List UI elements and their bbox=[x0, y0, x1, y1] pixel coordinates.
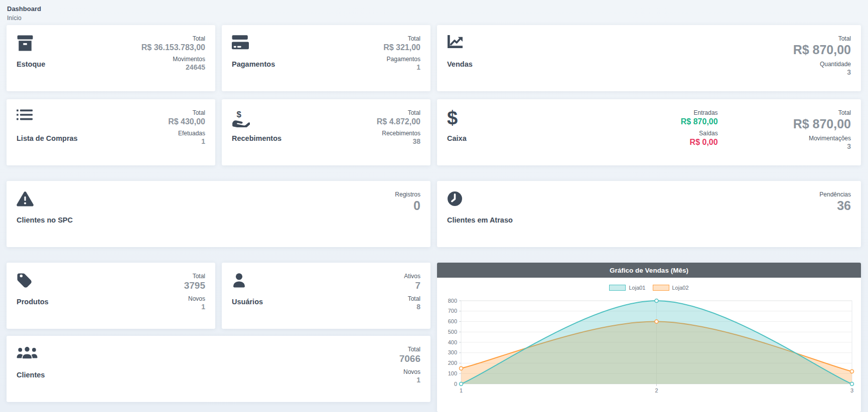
legend-swatch-loja02 bbox=[653, 285, 669, 291]
svg-text:200: 200 bbox=[448, 360, 457, 366]
svg-text:2: 2 bbox=[655, 387, 658, 393]
stat-label: Novos bbox=[184, 295, 205, 303]
stat-value-saidas: R$ 0,00 bbox=[681, 137, 718, 147]
credit-card-icon bbox=[232, 35, 275, 55]
card-clientes[interactable]: Clientes Total7066 Novos1 bbox=[7, 336, 430, 402]
svg-text:100: 100 bbox=[448, 370, 457, 376]
card-title: Caixa bbox=[447, 134, 467, 142]
archive-box-icon bbox=[17, 35, 45, 55]
stat-value-entradas: R$ 870,00 bbox=[681, 117, 718, 126]
stat-value: 38 bbox=[377, 137, 420, 146]
stat-label: Entradas bbox=[681, 109, 718, 117]
stat-label: Total bbox=[793, 109, 851, 117]
stat-value: 3 bbox=[793, 68, 851, 77]
card-clientes-no-spc[interactable]: Clientes no SPC Registros0 bbox=[7, 181, 430, 247]
stat-value: 0 bbox=[395, 198, 420, 213]
stat-label: Efetuadas bbox=[168, 130, 205, 137]
stat-value: R$ 870,00 bbox=[793, 117, 851, 131]
svg-text:500: 500 bbox=[448, 329, 457, 335]
hand-holding-dollar-icon: $ bbox=[232, 109, 281, 129]
stat-value: R$ 4.872,00 bbox=[377, 117, 420, 126]
stat-value: 1 bbox=[399, 376, 420, 384]
card-pagamentos[interactable]: Pagamentos TotalR$ 321,00 Pagamentos1 bbox=[222, 25, 430, 91]
stat-label: Pendências bbox=[819, 191, 851, 198]
stat-value: 24645 bbox=[141, 63, 205, 72]
stat-value: 8 bbox=[404, 303, 420, 311]
legend-item-loja02[interactable]: Loja02 bbox=[653, 285, 689, 291]
card-title: Clientes no SPC bbox=[17, 216, 73, 224]
warning-triangle-icon bbox=[17, 191, 73, 211]
stat-value: 1 bbox=[383, 63, 420, 72]
stat-label: Saídas bbox=[681, 130, 718, 137]
chart-title: Gráfico de Vendas (Mês) bbox=[437, 263, 861, 278]
tag-icon bbox=[17, 273, 49, 293]
stat-label: Movimentações bbox=[793, 135, 851, 142]
stat-value: R$ 36.153.783,00 bbox=[141, 43, 205, 52]
svg-text:3: 3 bbox=[850, 387, 853, 393]
stat-value: R$ 430,00 bbox=[168, 117, 205, 126]
breadcrumb-item-inicio[interactable]: Início bbox=[7, 15, 41, 22]
stat-label: Total bbox=[141, 35, 205, 43]
stat-label: Total bbox=[399, 346, 420, 353]
svg-text:600: 600 bbox=[448, 318, 457, 324]
chart-line-icon bbox=[447, 35, 473, 55]
svg-text:700: 700 bbox=[448, 308, 457, 314]
stat-value: 7066 bbox=[399, 353, 420, 365]
stat-label: Registros bbox=[395, 191, 420, 198]
stat-value: 1 bbox=[184, 303, 205, 311]
card-title: Estoque bbox=[17, 60, 45, 68]
card-lista-de-compras[interactable]: Lista de Compras TotalR$ 430,00 Efetuada… bbox=[7, 99, 215, 165]
card-recebimentos[interactable]: $ Recebimentos TotalR$ 4.872,00 Recebime… bbox=[222, 99, 430, 165]
stat-label: Recebimentos bbox=[377, 130, 420, 137]
page-title: Dashboard bbox=[7, 5, 41, 13]
stat-value: 1 bbox=[168, 137, 205, 146]
stat-label: Ativos bbox=[404, 273, 420, 280]
stat-value: 3795 bbox=[184, 280, 205, 292]
stat-value: R$ 321,00 bbox=[383, 43, 420, 52]
legend-swatch-loja01 bbox=[609, 285, 626, 291]
stat-value: 7 bbox=[404, 280, 420, 292]
card-produtos[interactable]: Produtos Total3795 Novos1 bbox=[7, 263, 215, 329]
card-caixa[interactable]: $ Caixa EntradasR$ 870,00 SaídasR$ 0,00 … bbox=[437, 99, 861, 165]
stat-label: Total bbox=[377, 109, 420, 117]
stat-label: Total bbox=[184, 273, 205, 280]
svg-text:300: 300 bbox=[448, 349, 457, 355]
card-estoque[interactable]: Estoque TotalR$ 36.153.783,00 Movimentos… bbox=[7, 25, 215, 91]
breadcrumb: Dashboard Início bbox=[7, 5, 41, 22]
svg-text:1: 1 bbox=[460, 387, 463, 393]
stat-value: 3 bbox=[793, 142, 851, 151]
card-title: Usuários bbox=[232, 298, 263, 306]
list-icon bbox=[17, 109, 78, 129]
area-chart-plot: 0100200300400500600700800123 bbox=[443, 297, 855, 397]
dollar-sign-icon: $ bbox=[447, 109, 467, 129]
stat-label: Total bbox=[404, 295, 420, 303]
stat-value: 36 bbox=[819, 198, 851, 213]
card-usuarios[interactable]: Usuários Ativos7 Total8 bbox=[222, 263, 430, 329]
users-icon bbox=[17, 346, 45, 366]
card-title: Clientes em Atraso bbox=[447, 216, 513, 224]
stat-label: Pagamentos bbox=[383, 56, 420, 63]
card-title: Lista de Compras bbox=[17, 134, 78, 142]
sales-chart: Loja01 Loja02 01002003004005006007008001… bbox=[437, 278, 861, 400]
card-vendas[interactable]: Vendas TotalR$ 870,00 Quantidade3 bbox=[437, 25, 861, 91]
svg-text:800: 800 bbox=[448, 298, 457, 304]
card-clientes-em-atraso[interactable]: Clientes em Atraso Pendências36 bbox=[437, 181, 861, 247]
card-title: Pagamentos bbox=[232, 60, 275, 68]
chart-legend: Loja01 Loja02 bbox=[443, 283, 855, 293]
card-title: Vendas bbox=[447, 60, 473, 68]
stat-label: Total bbox=[168, 109, 205, 117]
legend-item-loja01[interactable]: Loja01 bbox=[609, 285, 645, 291]
svg-text:0: 0 bbox=[454, 381, 457, 387]
stat-label: Total bbox=[793, 35, 851, 43]
stat-label: Total bbox=[383, 35, 420, 43]
card-title: Recebimentos bbox=[232, 134, 281, 142]
card-title: Clientes bbox=[17, 371, 45, 379]
stat-label: Novos bbox=[399, 368, 420, 376]
sales-chart-card: Gráfico de Vendas (Mês) Loja01 Loja02 01… bbox=[437, 263, 861, 412]
stat-label: Movimentos bbox=[141, 56, 205, 63]
card-title: Produtos bbox=[17, 298, 49, 306]
dashboard-page: Dashboard Início Estoque TotalR$ 36.153.… bbox=[0, 0, 868, 412]
clock-icon bbox=[447, 191, 513, 211]
svg-text:400: 400 bbox=[448, 339, 457, 345]
stat-value: R$ 870,00 bbox=[793, 43, 851, 57]
